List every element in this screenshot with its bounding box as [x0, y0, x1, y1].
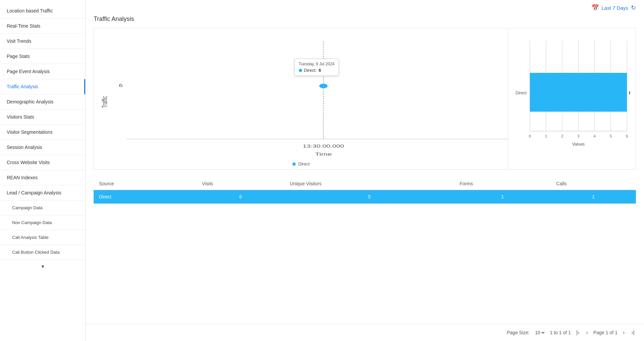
x-tick-time: 13:30:00.000: [303, 144, 344, 149]
sidebar-item-demographic-analysis[interactable]: Demographic Analysis: [0, 94, 85, 110]
svg-text:4: 4: [593, 134, 595, 138]
sidebar-item-call-button-clicked-data[interactable]: Call Button Clicked Data: [0, 245, 85, 260]
sidebar-item-page-event-analysis[interactable]: Page Event Analysis: [0, 64, 85, 79]
svg-text:0: 0: [529, 134, 531, 138]
sidebar-item-traffic-analysis[interactable]: Traffic Analysis: [0, 79, 85, 94]
svg-text:2: 2: [561, 134, 563, 138]
date-filter-label[interactable]: Last 7 Days: [602, 5, 628, 11]
bar-direct: [530, 73, 627, 112]
svg-text:1: 1: [545, 134, 547, 138]
pagination-info: 1 to 1 of 1: [550, 330, 571, 335]
svg-text:3: 3: [577, 134, 579, 138]
cell-visits: 6: [197, 190, 285, 204]
line-chart-svg: Traffic 6 13:30:00.000 Time: [94, 28, 508, 169]
sidebar-item-non-campaign-data[interactable]: Non Campaign Data: [0, 215, 85, 230]
page-size-select[interactable]: 10 25 50: [534, 330, 546, 336]
section-title: Traffic Analysis: [94, 16, 636, 23]
sidebar-item-visitor-segmentations[interactable]: Visitor Segmentations: [0, 125, 85, 140]
bar-value-label: 6: [629, 91, 630, 95]
data-table-container: Source Visits Unique Visitors Forms Call…: [94, 178, 636, 204]
sidebar-item-page-stats[interactable]: Page Stats: [0, 49, 85, 64]
line-chart-container: Traffic 6 13:30:00.000 Time Tuesda: [94, 28, 508, 169]
sidebar-item-visitors-stats[interactable]: Visitors Stats: [0, 110, 85, 125]
cell-unique_visitors: 5: [285, 190, 454, 204]
prev-page-button[interactable]: ‹: [585, 329, 589, 336]
table-body: Direct6511: [94, 190, 636, 204]
sidebar-item-call-analysis-table[interactable]: Call Analysis Table: [0, 230, 85, 245]
calendar-icon: 📅: [591, 4, 599, 11]
sidebar-item-session-analysis[interactable]: Session Analysis: [0, 140, 85, 155]
sidebar-chevron[interactable]: ▾: [0, 260, 85, 273]
line-chart-legend: Direct: [94, 161, 508, 166]
top-bar: 📅 Last 7 Days ↻: [86, 0, 644, 16]
main-content: 📅 Last 7 Days ↻ Traffic Analysis Traffic…: [86, 0, 644, 341]
sidebar-item-real-time-stats[interactable]: Real-Time Stats: [0, 19, 85, 34]
svg-text:6: 6: [626, 134, 628, 138]
table-row: Direct6511: [94, 190, 636, 204]
y-axis-label: Traffic: [100, 96, 109, 108]
refresh-icon[interactable]: ↻: [631, 4, 636, 11]
x-axis-label: Time: [315, 152, 332, 157]
bar-y-label: Direct: [516, 91, 527, 95]
first-page-button[interactable]: |‹: [575, 329, 581, 336]
data-point: [319, 84, 328, 88]
y-tick-6: 6: [119, 84, 123, 88]
cell-source: Direct: [94, 190, 197, 204]
table-header-row: Source Visits Unique Visitors Forms Call…: [94, 178, 636, 190]
col-unique-visitors: Unique Visitors: [285, 178, 454, 190]
cell-calls: 1: [551, 190, 636, 204]
col-forms: Forms: [454, 178, 551, 190]
sidebar-item-visit-trends[interactable]: Visit Trends: [0, 34, 85, 49]
sidebar-item-campaign-data[interactable]: Campaign Data: [0, 200, 85, 215]
pagination-bar: Page Size: 10 25 50 1 to 1 of 1 |‹ ‹ Pag…: [86, 324, 644, 341]
page-size-label: Page Size:: [507, 330, 530, 335]
col-source: Source: [94, 178, 197, 190]
next-page-button[interactable]: ›: [621, 329, 626, 336]
page-info: Page 1 of 1: [593, 330, 618, 335]
legend-dot: [292, 162, 296, 166]
col-visits: Visits: [197, 178, 285, 190]
bar-x-axis-label: Values: [572, 142, 585, 147]
sidebar-item-location-based-traffic[interactable]: Location based Traffic: [0, 3, 85, 19]
sidebar-item-rean-indexes[interactable]: REAN Indexes: [0, 170, 85, 185]
col-calls: Calls: [551, 178, 636, 190]
content-area: Traffic Analysis Traffic 6 13:30:00.000: [86, 16, 644, 324]
last-page-button[interactable]: ›|: [630, 329, 636, 336]
sidebar: Location based TrafficReal-Time StatsVis…: [0, 0, 86, 341]
cell-forms: 1: [454, 190, 551, 204]
sidebar-item-lead-campaign-analysis[interactable]: Lead / Campaign Analysis: [0, 185, 85, 200]
legend-label: Direct: [298, 161, 310, 166]
bar-chart-svg: 6 Direct 0 1 2 3 4 5 6 Values: [514, 32, 630, 166]
charts-row: Traffic 6 13:30:00.000 Time Tuesda: [94, 28, 636, 169]
sidebar-item-cross-website-visits[interactable]: Cross Website Visits: [0, 155, 85, 170]
traffic-table: Source Visits Unique Visitors Forms Call…: [94, 178, 636, 204]
svg-text:5: 5: [610, 134, 612, 138]
table-header: Source Visits Unique Visitors Forms Call…: [94, 178, 636, 190]
bar-chart-container: 6 Direct 0 1 2 3 4 5 6 Values: [508, 28, 636, 169]
